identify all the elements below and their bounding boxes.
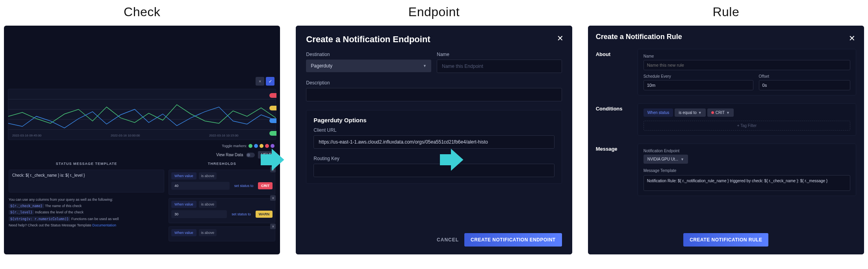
client-url-label: Client URL [313,127,554,133]
when-status-pill[interactable]: When status [644,108,673,117]
check-save-button[interactable]: ✓ [266,77,274,86]
close-icon[interactable]: × [270,195,276,201]
conditions-body: When status is equal to ▼ CRIT ▼ + [638,103,856,136]
routing-key-label: Routing Key [313,156,554,161]
endpoint-label: Notification Endpoint [644,149,850,153]
destination-label: Destination [306,52,431,57]
rule-name-input[interactable] [644,60,850,70]
toggle-markers-label: Toggle markers: [222,144,247,148]
close-icon[interactable]: × [270,224,276,229]
destination-select[interactable]: Pagerduty ▼ [306,60,431,72]
create-endpoint-button[interactable]: CREATE NOTIFICATION ENDPOINT [464,233,562,247]
check-panel: × ✓ 2022-03-16 09:45:00 2022-03-16 10:00… [4,26,280,254]
footnote-intro: You can use any columns from your query … [9,196,164,203]
chevron-down-icon: ▼ [726,111,730,115]
threshold-marker-warn[interactable] [269,106,276,110]
endpoint-name-input[interactable] [437,60,562,73]
eye-icon[interactable] [254,144,258,148]
status-badge[interactable]: CRIT [258,182,273,189]
set-status-label: set status to [229,211,253,218]
status-select[interactable]: CRIT ▼ [707,108,734,117]
check-chart: 2022-03-16 09:45:00 2022-03-16 10:00:00 … [8,89,276,140]
about-body: Name Schedule Every Offset [638,49,856,95]
column-title-rule: Rule [712,5,739,19]
column-title-check: Check [124,5,160,19]
chevron-down-icon: ▼ [681,157,684,161]
description-label: Description [306,80,562,86]
client-url-input[interactable] [313,135,554,149]
modal-title: Create a Notification Rule [596,33,856,41]
conditions-label: Conditions [596,103,631,136]
schedule-input[interactable] [644,80,753,90]
close-icon[interactable]: ✕ [849,34,855,43]
footnote-help: Need help? Check out the Status Message … [9,223,92,227]
offset-input[interactable] [759,80,850,90]
routing-key-input[interactable] [313,164,554,177]
view-raw-label: View Raw Data [216,153,243,157]
status-value: CRIT [716,110,725,115]
endpoint-select[interactable]: NVIDIA GPU Ut... ▼ [644,155,688,164]
operator-pill[interactable]: is above [199,201,217,208]
footnote-code: ${r._level} [9,210,34,215]
create-rule-button[interactable]: CREATE NOTIFICATION RULE [683,233,768,247]
arrow-icon [258,146,286,174]
message-label: Message [596,144,631,196]
chevron-down-icon: ▼ [698,111,702,115]
x-tick: 2022-03-16 10:00:00 [111,134,140,137]
name-label: Name [437,52,562,57]
options-title: Pagerduty Options [313,117,554,123]
x-tick: 2022-03-16 09:45:00 [12,134,41,137]
description-input[interactable] [306,88,562,101]
svg-marker-5 [440,149,464,171]
about-label: About [596,49,631,95]
operator-select[interactable]: is equal to ▼ [675,108,706,117]
cancel-button[interactable]: CANCEL [437,237,459,243]
when-value-pill[interactable]: When value [171,229,197,236]
destination-value: Pagerduty [311,63,332,69]
column-title-endpoint: Endpoint [408,5,460,19]
footnote-desc: Functions can be used as well [71,217,119,221]
status-dot-icon [711,111,714,114]
threshold-value-input[interactable] [171,210,227,218]
threshold-marker-ok[interactable] [269,131,276,136]
offset-label: Offset [759,74,850,78]
endpoint-modal: Create a Notification Endpoint ✕ Destina… [296,26,572,254]
threshold-marker-info[interactable] [269,118,276,123]
name-label: Name [644,54,850,58]
endpoint-value: NVIDIA GPU Ut... [647,157,678,161]
arrow-icon [437,146,465,174]
when-value-pill[interactable]: When value [171,172,197,179]
template-label: Message Template [644,168,850,173]
footnote-desc: The name of this check [45,204,82,208]
schedule-label: Schedule Every [644,74,753,78]
message-template-input[interactable]: Notification Rule: ${ r._notification_ru… [644,175,850,191]
set-status-label: set status to [232,182,256,189]
status-badge[interactable]: WARN [256,211,273,218]
check-cancel-button[interactable]: × [256,77,264,86]
close-icon[interactable]: ✕ [557,34,564,43]
footnote-desc: Indicates the level of the check [35,210,83,214]
view-raw-toggle[interactable] [246,153,255,157]
threshold-marker-crit[interactable] [269,93,276,98]
operator-value: is equal to [679,110,697,115]
threshold-value-input[interactable] [171,182,230,190]
status-template-footnote: You can use any columns from your query … [9,196,164,228]
eye-icon[interactable] [249,144,252,148]
threshold-card: × When value is above [169,226,275,241]
x-tick: 2022-03-16 10:15:00 [209,134,238,137]
add-tag-filter-button[interactable]: + Tag Filter [644,121,850,131]
rule-modal: Create a Notification Rule ✕ About Name … [588,26,864,254]
operator-pill[interactable]: is above [199,172,217,179]
svg-marker-4 [261,149,284,171]
footnote-code: ${string(v: r.numericColumn)} [9,217,70,221]
modal-title: Create a Notification Endpoint [306,34,562,45]
chevron-down-icon: ▼ [423,64,427,68]
options-box: Pagerduty Options Client URL Routing Key [306,110,562,184]
status-template-input[interactable]: Check: ${ r._check_name } is: ${ r._leve… [9,170,164,192]
message-body: Notification Endpoint NVIDIA GPU Ut... ▼… [638,144,856,196]
documentation-link[interactable]: Documentation [92,223,116,227]
status-template-header: STATUS MESSAGE TEMPLATE [9,162,164,166]
when-value-pill[interactable]: When value [171,201,197,208]
threshold-card: × When value is above set status to WARN [169,198,275,223]
operator-pill[interactable]: is above [199,229,217,236]
